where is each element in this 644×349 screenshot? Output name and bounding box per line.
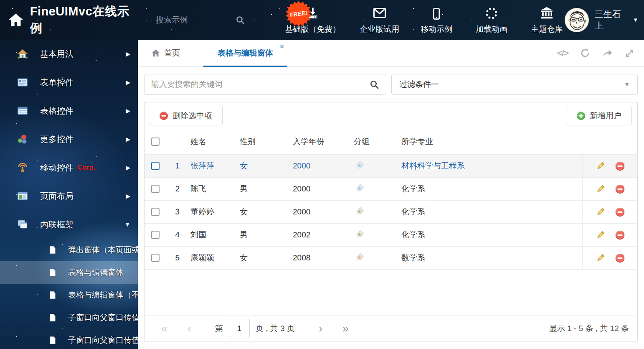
cell-name: 董婷婷 (182, 206, 232, 217)
form-icon (17, 76, 28, 88)
filter-dropdown-value: 过滤条件一 (399, 79, 624, 90)
sidebar-item-form[interactable]: 表单控件 ▶ (0, 68, 138, 97)
add-user-button[interactable]: 新增用户 (566, 106, 632, 125)
edit-icon[interactable] (596, 184, 605, 194)
user-menu[interactable]: 三生石上 ▼ (565, 8, 638, 32)
table-row[interactable]: 5 康颖颖 女 2008 数学系 (145, 247, 637, 270)
search-icon[interactable] (235, 15, 245, 25)
sidebar-subitem-child-value-2[interactable]: 子窗口向父窗口传值... (0, 329, 138, 349)
delete-icon[interactable] (615, 230, 625, 240)
last-page-button[interactable]: » (342, 323, 349, 334)
source-code-icon[interactable]: </> (557, 48, 568, 58)
sidebar-subitem-grid-window[interactable]: 表格与编辑窗体 (0, 261, 138, 284)
pager-divider (209, 320, 209, 337)
cell-year: 2002 (276, 230, 339, 239)
row-checkbox[interactable] (151, 208, 160, 216)
frames-icon (17, 219, 28, 230)
sidebar-item-basic[interactable]: 基本用法 ▶ (0, 40, 138, 68)
row-checkbox[interactable] (151, 231, 160, 239)
close-icon[interactable]: × (280, 43, 284, 50)
major-link[interactable]: 数学系 (401, 253, 425, 262)
edit-icon[interactable] (596, 161, 605, 171)
sidebar-item-iframe[interactable]: 内联框架 ▼ (0, 210, 138, 239)
column-header-major[interactable]: 所学专业 (387, 136, 582, 147)
share-forward-icon[interactable] (602, 48, 613, 59)
nav-item-themes[interactable]: 主题仓库 (529, 5, 565, 35)
major-link[interactable]: 化学系 (401, 230, 425, 239)
pagination-bar: « ‹ 第 页 , 共 3 页 › » 显示 1 - 5 条 , 共 12 条 (145, 316, 637, 341)
delete-icon[interactable] (615, 184, 625, 194)
edit-icon[interactable] (596, 230, 605, 240)
sidebar-item-label: 移动控件 (40, 162, 74, 173)
first-page-button[interactable]: « (161, 323, 167, 334)
tag-icon (354, 206, 365, 217)
table-row[interactable]: 1 张萍萍 女 2000 材料科学与工程系 (145, 155, 637, 178)
sidebar-item-mobile[interactable]: 移动控件 Corp. ▶ (0, 153, 138, 182)
delete-icon[interactable] (615, 253, 625, 263)
top-header: FineUIMvc在线示例 搜索示例 FREE! 基础版（免费） (0, 0, 644, 40)
row-checkbox[interactable] (151, 185, 160, 193)
keyword-search-box[interactable] (144, 74, 386, 95)
sidebar-item-label: 页面布局 (40, 191, 74, 202)
row-number: 2 (163, 184, 182, 194)
column-header-year[interactable]: 入学年份 (276, 136, 339, 147)
sidebar-item-layout[interactable]: 页面布局 ▶ (0, 182, 138, 210)
chevron-down-icon[interactable]: ▼ (633, 17, 638, 23)
keyword-search-input[interactable] (151, 80, 369, 89)
delete-icon[interactable] (615, 207, 625, 217)
row-checkbox[interactable] (151, 162, 160, 170)
row-checkbox[interactable] (151, 254, 160, 262)
table-header-row: 姓名 性别 入学年份 分组 所学专业 (145, 129, 637, 155)
sidebar-subitem-grid-window-2[interactable]: 表格与编辑窗体（不... (0, 284, 138, 306)
chevron-right-icon: ▶ (126, 79, 130, 86)
filter-row: 过滤条件一 ▼ (144, 74, 638, 95)
next-page-button[interactable]: › (319, 323, 322, 334)
column-header-gender[interactable]: 性别 (232, 136, 276, 147)
filter-dropdown[interactable]: 过滤条件一 ▼ (391, 74, 638, 95)
edit-icon[interactable] (596, 207, 605, 217)
column-header-group[interactable]: 分组 (339, 136, 387, 147)
table-row[interactable]: 3 董婷婷 女 2000 化学系 (145, 201, 637, 224)
cell-gender: 女 (232, 206, 276, 217)
expand-icon[interactable] (624, 48, 635, 59)
app-logo[interactable]: FineUIMvc在线示例 (8, 3, 141, 37)
edit-icon[interactable] (596, 253, 605, 263)
page-icon (48, 313, 57, 322)
row-number: 3 (163, 207, 182, 217)
major-link[interactable]: 材料科学与工程系 (401, 161, 465, 170)
tag-icon (354, 183, 365, 194)
header-search[interactable]: 搜索示例 (156, 15, 246, 25)
nav-item-enterprise[interactable]: 企业版试用 (360, 5, 399, 35)
table-row[interactable]: 2 陈飞 男 2000 化学系 (145, 178, 637, 201)
minus-circle-icon (159, 111, 168, 120)
page-number-input[interactable] (229, 319, 250, 338)
tab-grid-window[interactable]: 表格与编辑窗体 × (203, 40, 287, 67)
home-icon (8, 12, 24, 28)
search-icon[interactable] (369, 79, 379, 89)
cell-name: 张萍萍 (182, 160, 232, 171)
major-link[interactable]: 化学系 (401, 207, 425, 216)
add-user-label: 新增用户 (590, 110, 621, 121)
select-all-checkbox[interactable] (151, 138, 160, 146)
avatar[interactable] (565, 8, 589, 32)
layout-icon (17, 190, 28, 202)
page-prefix: 第 (215, 323, 223, 334)
page-icon (48, 268, 57, 277)
delete-selected-button[interactable]: 删除选中项 (149, 106, 223, 125)
column-header-name[interactable]: 姓名 (182, 136, 232, 147)
sidebar-subitem-popup[interactable]: 弹出窗体（本页面或... (0, 239, 138, 261)
refresh-icon[interactable] (580, 48, 591, 59)
major-link[interactable]: 化学系 (401, 184, 425, 193)
sidebar-item-more[interactable]: 更多控件 ▶ (0, 125, 138, 153)
sidebar-subitem-child-value[interactable]: 子窗口向父窗口传值 (0, 306, 138, 329)
nav-item-loading[interactable]: 加载动画 (474, 5, 510, 35)
tab-home[interactable]: 首页 (151, 48, 180, 59)
sidebar-item-grid[interactable]: 表格控件 ▶ (0, 97, 138, 125)
delete-icon[interactable] (615, 161, 625, 171)
nav-item-mobile[interactable]: 移动示例 (418, 5, 454, 35)
table-row[interactable]: 4 刘国 男 2002 化学系 (145, 224, 637, 247)
grid-toolbar: 删除选中项 新增用户 (145, 102, 637, 129)
tab-bar: 首页 表格与编辑窗体 × </> (138, 40, 644, 67)
prev-page-button[interactable]: ‹ (188, 323, 191, 334)
tab-active-label: 表格与编辑窗体 (218, 48, 273, 59)
